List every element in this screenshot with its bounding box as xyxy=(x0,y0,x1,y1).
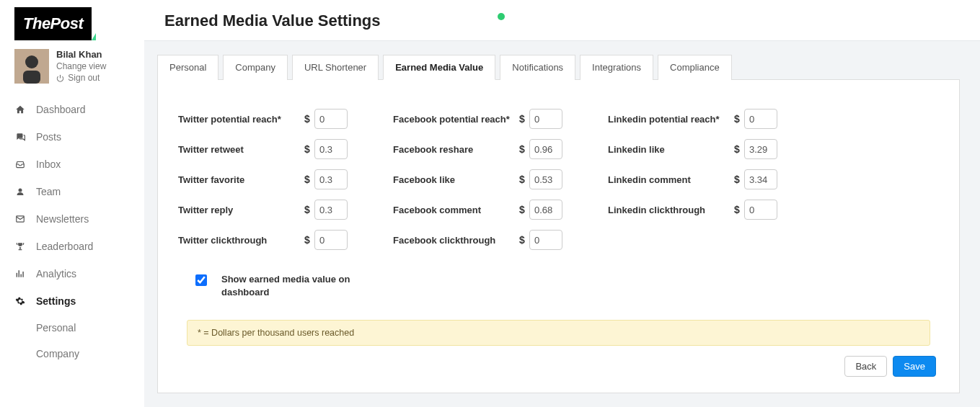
facebook-potential-reach-input[interactable] xyxy=(529,109,562,129)
show-emv-checkbox[interactable] xyxy=(195,274,207,286)
tab-integrations[interactable]: Integrations xyxy=(580,55,653,80)
tab-personal[interactable]: Personal xyxy=(157,55,218,80)
currency-symbol: $ xyxy=(519,143,529,155)
chart-icon xyxy=(14,269,26,279)
trophy-icon xyxy=(14,241,26,251)
tab-company[interactable]: Company xyxy=(223,55,288,80)
content: Personal Company URL Shortener Earned Me… xyxy=(144,41,980,407)
settings-panel: Twitter potential reach* $ Twitter retwe… xyxy=(157,79,960,393)
gear-icon xyxy=(14,296,26,306)
sidebar-item-analytics[interactable]: Analytics xyxy=(0,260,144,287)
envelope-icon xyxy=(14,214,26,224)
linkedin-like-input[interactable] xyxy=(744,139,777,159)
page-header: Earned Media Value Settings xyxy=(144,0,980,41)
status-dot-icon xyxy=(498,13,505,20)
sidebar-item-leaderboard[interactable]: Leaderboard xyxy=(0,233,144,260)
field-linkedin-comment: Linkedin comment $ xyxy=(608,169,810,189)
tab-compliance[interactable]: Compliance xyxy=(658,55,732,80)
field-facebook-potential-reach: Facebook potential reach* $ xyxy=(393,109,595,129)
inbox-icon xyxy=(14,159,26,169)
field-twitter-potential-reach: Twitter potential reach* $ xyxy=(178,109,380,129)
twitter-favorite-input[interactable] xyxy=(314,169,348,189)
facebook-comment-input[interactable] xyxy=(529,200,562,220)
checkbox-label: Show earned media value on dashboard xyxy=(221,273,351,298)
currency-symbol: $ xyxy=(304,204,314,215)
actions: Back Save xyxy=(178,356,939,377)
field-label: Linkedin like xyxy=(608,144,734,155)
currency-symbol: $ xyxy=(519,174,529,185)
currency-symbol: $ xyxy=(304,174,314,185)
field-facebook-clickthrough: Facebook clickthrough $ xyxy=(393,230,595,250)
back-button[interactable]: Back xyxy=(844,356,887,377)
svg-point-1 xyxy=(19,189,22,192)
field-facebook-like: Facebook like $ xyxy=(393,169,595,189)
currency-symbol: $ xyxy=(519,113,529,125)
user-info: Bilal Khan Change view Sign out xyxy=(56,49,106,84)
sidebar-subitem-personal[interactable]: Personal xyxy=(0,315,144,341)
field-facebook-reshare: Facebook reshare $ xyxy=(393,139,595,159)
currency-symbol: $ xyxy=(734,204,744,215)
nav-label: Newsletters xyxy=(36,213,89,225)
facebook-reshare-input[interactable] xyxy=(529,139,562,159)
sidebar: ThePost Bilal Khan Change view Sign out … xyxy=(0,0,144,407)
linkedin-comment-input[interactable] xyxy=(744,169,777,189)
field-linkedin-like: Linkedin like $ xyxy=(608,139,810,159)
field-label: Linkedin clickthrough xyxy=(608,205,734,215)
sidebar-item-settings[interactable]: Settings xyxy=(0,287,144,315)
sidebar-item-posts[interactable]: Posts xyxy=(0,123,144,151)
home-icon xyxy=(14,104,26,115)
currency-symbol: $ xyxy=(304,234,314,246)
change-view-link[interactable]: Change view xyxy=(56,61,106,71)
twitter-retweet-input[interactable] xyxy=(314,139,348,159)
field-facebook-comment: Facebook comment $ xyxy=(393,200,595,220)
field-label: Linkedin potential reach* xyxy=(608,114,734,125)
sidebar-subitem-company[interactable]: Company xyxy=(0,341,144,367)
sidebar-item-dashboard[interactable]: Dashboard xyxy=(0,96,144,123)
field-label: Twitter favorite xyxy=(178,174,304,185)
nav-label: Inbox xyxy=(36,158,61,170)
twitter-clickthrough-input[interactable] xyxy=(314,230,348,250)
logo-wrap: ThePost xyxy=(0,7,144,40)
field-label: Twitter potential reach* xyxy=(178,114,304,125)
facebook-like-input[interactable] xyxy=(529,169,562,189)
sidebar-item-newsletters[interactable]: Newsletters xyxy=(0,205,144,233)
avatar[interactable] xyxy=(14,49,49,84)
main: Earned Media Value Settings Personal Com… xyxy=(144,0,980,407)
sidebar-item-inbox[interactable]: Inbox xyxy=(0,151,144,178)
linkedin-clickthrough-input[interactable] xyxy=(744,200,777,220)
field-twitter-favorite: Twitter favorite $ xyxy=(178,169,380,189)
twitter-column: Twitter potential reach* $ Twitter retwe… xyxy=(178,109,380,260)
currency-symbol: $ xyxy=(734,113,744,125)
field-twitter-retweet: Twitter retweet $ xyxy=(178,139,380,159)
sign-out-label: Sign out xyxy=(68,73,100,83)
show-emv-checkbox-row: Show earned media value on dashboard xyxy=(178,273,939,298)
tab-notifications[interactable]: Notifications xyxy=(500,55,575,80)
field-label: Twitter clickthrough xyxy=(178,235,304,246)
tab-url-shortener[interactable]: URL Shortener xyxy=(292,55,379,80)
twitter-reply-input[interactable] xyxy=(314,200,348,220)
currency-symbol: $ xyxy=(734,174,744,185)
settings-columns: Twitter potential reach* $ Twitter retwe… xyxy=(178,109,939,260)
sign-out-link[interactable]: Sign out xyxy=(56,73,106,83)
currency-symbol: $ xyxy=(519,234,529,246)
logo[interactable]: ThePost xyxy=(14,7,92,40)
linkedin-potential-reach-input[interactable] xyxy=(744,109,777,129)
user-icon xyxy=(14,187,26,197)
nav-label: Analytics xyxy=(36,268,76,279)
tab-earned-media-value[interactable]: Earned Media Value xyxy=(383,55,495,80)
currency-symbol: $ xyxy=(519,204,529,215)
page-title: Earned Media Value Settings xyxy=(164,12,960,30)
field-label: Twitter reply xyxy=(178,205,304,215)
twitter-potential-reach-input[interactable] xyxy=(314,109,348,129)
nav-label: Dashboard xyxy=(36,104,86,115)
nav-label: Settings xyxy=(36,295,76,307)
field-label: Linkedin comment xyxy=(608,174,734,185)
field-twitter-reply: Twitter reply $ xyxy=(178,200,380,220)
settings-submenu: Personal Company xyxy=(0,315,144,367)
save-button[interactable]: Save xyxy=(893,356,936,377)
currency-symbol: $ xyxy=(734,143,744,155)
field-linkedin-clickthrough: Linkedin clickthrough $ xyxy=(608,200,810,220)
sidebar-item-team[interactable]: Team xyxy=(0,178,144,205)
facebook-clickthrough-input[interactable] xyxy=(529,230,562,250)
field-label: Facebook potential reach* xyxy=(393,114,519,125)
